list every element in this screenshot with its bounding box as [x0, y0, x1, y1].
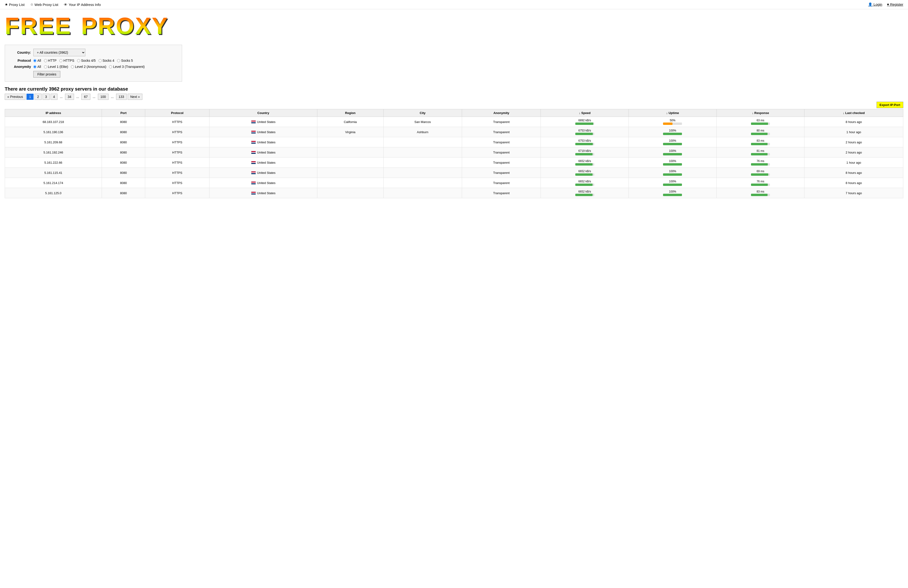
cell-country: United States	[209, 188, 317, 198]
cell-ip: 68.183.107.218	[5, 117, 102, 127]
table-row: 5.161.115.41 8080 HTTPS United States Tr…	[5, 168, 903, 178]
protocol-socks4[interactable]: Socks 4	[98, 59, 114, 63]
protocol-filter-row: Protocol All HTTP HTTPS Socks 4/5 Socks …	[10, 59, 177, 63]
flag-icon	[251, 130, 256, 134]
login-link[interactable]: 👤 Login	[868, 2, 882, 6]
protocol-socks5[interactable]: Socks 5	[117, 59, 133, 63]
cell-country: United States	[209, 158, 317, 168]
anon-level2[interactable]: Level 2 (Anonymous)	[71, 65, 106, 69]
cell-anonymity: Transparent	[462, 147, 541, 158]
cell-region	[317, 158, 383, 168]
anon-level1[interactable]: Level 1 (Elite)	[44, 65, 68, 69]
page-67-button[interactable]: 67	[81, 93, 90, 100]
response-label: 76 ms	[757, 159, 765, 163]
database-heading: There are currently 3962 proxy servers i…	[5, 86, 903, 92]
response-label: 76 ms	[757, 180, 765, 183]
cell-anonymity: Transparent	[462, 117, 541, 127]
nav-web-proxy-list-label: Web Proxy List	[34, 3, 58, 6]
page-100-button[interactable]: 100	[98, 93, 108, 100]
cell-port: 8080	[102, 117, 145, 127]
page-3-button[interactable]: 3	[43, 93, 50, 100]
uptime-label: 100%	[669, 149, 676, 153]
cell-city	[383, 137, 462, 147]
response-bar-bg	[751, 163, 770, 166]
nav-right: 👤 Login ♥ Register	[868, 2, 903, 6]
response-bar-bg	[751, 143, 770, 145]
uptime-bar-fill	[663, 153, 682, 155]
country-name: United States	[257, 151, 275, 154]
speed-label: 6652 kB/s	[578, 180, 591, 183]
cell-uptime: 100%	[629, 178, 717, 188]
cell-protocol: HTTPS	[145, 117, 209, 127]
dots-2: ...	[75, 94, 80, 100]
speed-bar-fill	[575, 163, 592, 166]
logo-free: FREE	[5, 14, 72, 38]
cell-last-checked: 8 hours ago	[805, 117, 903, 127]
anon-all[interactable]: All	[33, 65, 41, 69]
export-button[interactable]: Export IP:Port	[877, 102, 903, 108]
cell-ip: 5.161.192.246	[5, 147, 102, 158]
cell-ip: 5.161.125.0	[5, 188, 102, 198]
protocol-socks45[interactable]: Socks 4/5	[77, 59, 95, 63]
col-port: Port	[102, 109, 145, 117]
page-1-button[interactable]: 1	[26, 93, 34, 100]
response-bar-bg	[751, 122, 770, 125]
table-row: 5.161.125.0 8080 HTTPS United States Tra…	[5, 188, 903, 198]
cell-anonymity: Transparent	[462, 178, 541, 188]
cell-response: 76 ms	[716, 178, 805, 188]
country-select[interactable]: + All countries (3962)	[33, 49, 85, 56]
next-page-button[interactable]: Next »	[128, 93, 142, 100]
cell-uptime: 100%	[629, 137, 717, 147]
nav-web-proxy-list[interactable]: ☆ Web Proxy List	[30, 2, 58, 6]
nav-your-ip[interactable]: 👁 Your IP Address Info	[64, 2, 101, 6]
anon-level3[interactable]: Level 3 (Transparent)	[109, 65, 145, 69]
cell-protocol: HTTPS	[145, 188, 209, 198]
flag-icon	[251, 151, 256, 154]
page-34-button[interactable]: 34	[65, 93, 74, 100]
page-4-button[interactable]: 4	[51, 93, 58, 100]
cell-speed: 6753 kB/s	[541, 127, 629, 137]
nav-proxy-list[interactable]: ★ Proxy List	[5, 2, 24, 6]
page-2-button[interactable]: 2	[34, 93, 42, 100]
prev-page-button[interactable]: « Previous	[5, 93, 26, 100]
cell-port: 8080	[102, 147, 145, 158]
protocol-https[interactable]: HTTPS	[60, 59, 74, 63]
cell-uptime: 100%	[629, 127, 717, 137]
cell-country: United States	[209, 168, 317, 178]
col-uptime: Uptime	[629, 109, 717, 117]
nav-your-ip-label: Your IP Address Info	[69, 3, 101, 6]
page-133-button[interactable]: 133	[116, 93, 127, 100]
cell-speed: 6719 kB/s	[541, 147, 629, 158]
protocol-all[interactable]: All	[33, 59, 41, 63]
uptime-label: 100%	[669, 139, 676, 142]
cell-speed: 6652 kB/s	[541, 158, 629, 168]
pagination: « Previous 1 2 3 4 ... 34 ... 67 ... 100…	[5, 93, 903, 100]
cell-city	[383, 178, 462, 188]
cell-uptime: 100%	[629, 188, 717, 198]
cell-country: United States	[209, 117, 317, 127]
navigation: ★ Proxy List ☆ Web Proxy List 👁 Your IP …	[0, 0, 908, 9]
flag-icon	[251, 192, 256, 195]
col-response: Response	[716, 109, 805, 117]
nav-left: ★ Proxy List ☆ Web Proxy List 👁 Your IP …	[5, 2, 862, 6]
uptime-bar-bg	[663, 153, 682, 155]
cell-region	[317, 137, 383, 147]
register-link[interactable]: ♥ Register	[887, 2, 903, 6]
cell-port: 8080	[102, 127, 145, 137]
uptime-label: 100%	[669, 169, 676, 173]
cell-uptime: 50%	[629, 117, 717, 127]
cell-last-checked: 8 hours ago	[805, 178, 903, 188]
login-label: Login	[874, 2, 882, 6]
speed-label: 6719 kB/s	[578, 149, 591, 153]
uptime-bar-fill	[663, 184, 682, 186]
country-name: United States	[257, 140, 275, 144]
filter-proxies-button[interactable]: Filter proxies	[33, 71, 60, 77]
protocol-http[interactable]: HTTP	[44, 59, 57, 63]
speed-bar-bg	[575, 194, 594, 196]
cell-country: United States	[209, 147, 317, 158]
cell-speed: 6892 kB/s	[541, 117, 629, 127]
cell-port: 8080	[102, 158, 145, 168]
speed-bar-fill	[575, 184, 592, 186]
logo-wrapper: FREE PROXY	[5, 14, 903, 38]
cell-region	[317, 147, 383, 158]
